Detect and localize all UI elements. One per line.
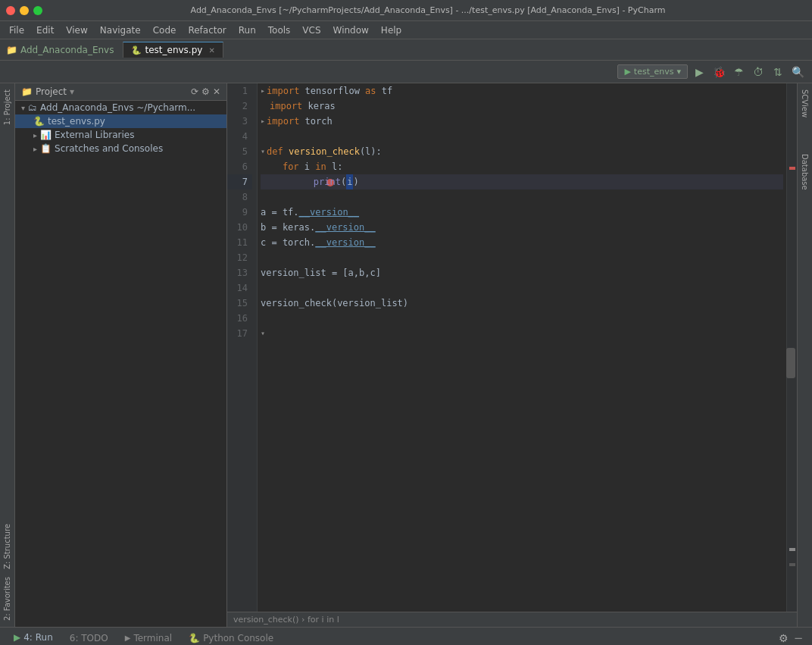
kw-def: def bbox=[267, 144, 283, 159]
menu-code[interactable]: Code bbox=[147, 23, 183, 37]
tree-file-test-envs[interactable]: 🐍 test_envs.py bbox=[15, 114, 226, 128]
search-everywhere-button[interactable]: 🔍 bbox=[789, 64, 806, 80]
tab-run-label: 4: Run bbox=[23, 632, 53, 643]
tree-external-lib-label: External Libraries bbox=[55, 130, 134, 140]
editor-tab-test-envs[interactable]: 🐍 test_envs.py ✕ bbox=[123, 42, 223, 58]
scview-label[interactable]: SCView bbox=[799, 86, 810, 121]
menu-view[interactable]: View bbox=[60, 23, 93, 37]
project-name[interactable]: Add_Anaconda_Envs bbox=[20, 45, 114, 55]
settings-icon[interactable]: ⚙ bbox=[776, 631, 791, 646]
tree-scratches[interactable]: ▸ 📋 Scratches and Consoles bbox=[15, 142, 226, 155]
tab-todo[interactable]: 6: TODO bbox=[62, 631, 116, 646]
highlight-i: i bbox=[346, 174, 353, 189]
menu-run[interactable]: Run bbox=[233, 23, 262, 37]
kw-import-1: import bbox=[267, 83, 299, 99]
maximize-button[interactable] bbox=[33, 6, 42, 15]
project-panel-title: 📁 Project ▾ bbox=[21, 86, 74, 97]
menu-vcs[interactable]: VCS bbox=[296, 23, 326, 37]
title-bar: Add_Anaconda_Envs [~/PycharmProjects/Add… bbox=[0, 0, 812, 21]
database-label[interactable]: Database bbox=[799, 151, 810, 193]
editor-tab-label: test_envs.py bbox=[145, 45, 202, 55]
debug-button[interactable]: 🐞 bbox=[710, 64, 727, 80]
run-button[interactable]: ▶ bbox=[691, 64, 707, 80]
structure-strip-label[interactable]: Z: Structure bbox=[2, 521, 13, 572]
gutter-marker-3 bbox=[789, 563, 795, 566]
kw-as: as bbox=[365, 83, 376, 99]
fold-marker-17[interactable]: ▾ bbox=[261, 326, 265, 341]
line-num-9: 9 bbox=[227, 205, 252, 220]
menu-edit[interactable]: Edit bbox=[30, 23, 60, 37]
chevron-right-icon: ▸ bbox=[33, 131, 37, 139]
menu-help[interactable]: Help bbox=[375, 23, 408, 37]
scroll-gutter bbox=[786, 83, 797, 612]
profile-button[interactable]: ⏱ bbox=[750, 64, 767, 80]
code-breadcrumb-bar: version_check() › for i in l bbox=[227, 612, 797, 627]
menu-refactor[interactable]: Refactor bbox=[182, 23, 232, 37]
breadcrumb-text: version_check() › for i in l bbox=[233, 615, 339, 625]
project-panel-label: Project bbox=[36, 86, 67, 97]
window-controls bbox=[6, 6, 42, 15]
project-panel: 📁 Project ▾ ⟳ ⚙ ✕ ▾ 🗂 Add_Anaconda_Envs … bbox=[15, 83, 227, 627]
fold-marker-5[interactable]: ▾ bbox=[261, 144, 265, 159]
code-line-11: c = torch.__version__ bbox=[261, 235, 783, 250]
line-num-3: 3 bbox=[227, 114, 252, 129]
line-num-13: 13 bbox=[227, 265, 252, 280]
line-num-2: 2 bbox=[227, 99, 252, 114]
code-line-5: ▾def version_check(l): bbox=[261, 144, 783, 159]
fold-marker-1[interactable]: ▸ bbox=[261, 83, 265, 99]
libraries-icon: 📊 bbox=[40, 130, 52, 140]
code-line-4 bbox=[261, 129, 783, 144]
kw-import-3: import bbox=[267, 114, 299, 129]
project-strip-label[interactable]: 1: Project bbox=[2, 86, 13, 128]
code-line-8 bbox=[261, 189, 783, 205]
tree-root-project[interactable]: ▾ 🗂 Add_Anaconda_Envs ~/Pycharm... bbox=[15, 101, 226, 114]
close-panel-button[interactable]: ✕ bbox=[213, 86, 220, 97]
tree-file-label: test_envs.py bbox=[48, 116, 105, 127]
project-icon: 📁 bbox=[6, 45, 17, 55]
menu-window[interactable]: Window bbox=[327, 23, 375, 37]
tab-terminal[interactable]: ▶ Terminal bbox=[117, 631, 180, 646]
code-line-10: b = keras.__version__ bbox=[261, 220, 783, 235]
tab-todo-label: 6: TODO bbox=[70, 633, 108, 643]
main-content: 1: Project Z: Structure 2: Favorites 📁 P… bbox=[0, 83, 812, 627]
terminal-icon: ▶ bbox=[125, 634, 131, 642]
scrollbar-thumb[interactable] bbox=[786, 348, 795, 378]
coverage-button[interactable]: ☂ bbox=[730, 64, 747, 80]
menu-file[interactable]: File bbox=[3, 23, 30, 37]
gear-icon[interactable]: ⚙ bbox=[201, 86, 210, 97]
builtin-print: print bbox=[314, 174, 341, 189]
line-num-17: 17 bbox=[227, 326, 252, 341]
tab-python-console[interactable]: 🐍 Python Console bbox=[181, 631, 281, 646]
minimize-panel-button[interactable]: ─ bbox=[791, 631, 806, 646]
left-strip: 1: Project Z: Structure 2: Favorites bbox=[0, 83, 15, 627]
code-line-16 bbox=[261, 311, 783, 326]
code-line-13: version_list = [a,b,c] bbox=[261, 265, 783, 280]
menu-tools[interactable]: Tools bbox=[262, 23, 297, 37]
tree-external-libraries[interactable]: ▸ 📊 External Libraries bbox=[15, 128, 226, 142]
run-icon: ▶ bbox=[14, 632, 20, 643]
code-container: 1 2 3 4 5 6 7 8 9 10 11 12 13 14 15 16 1… bbox=[227, 83, 797, 612]
sync-button[interactable]: ⟳ bbox=[191, 86, 198, 97]
tab-run[interactable]: ▶ 4: Run bbox=[6, 630, 61, 646]
dropdown-icon: ▾ bbox=[676, 67, 681, 77]
line-num-14: 14 bbox=[227, 280, 252, 296]
menu-navigate[interactable]: Navigate bbox=[94, 23, 147, 37]
python-icon: 🐍 bbox=[189, 633, 200, 643]
close-button[interactable] bbox=[6, 6, 15, 15]
line-num-12: 12 bbox=[227, 250, 252, 265]
run-config-icon: ▶ bbox=[624, 67, 630, 77]
run-config-selector[interactable]: ▶ test_envs ▾ bbox=[617, 64, 688, 79]
code-line-2: import keras bbox=[261, 99, 783, 114]
code-editor[interactable]: ▸import tensorflow as tf import keras ▸i… bbox=[258, 83, 786, 612]
minimize-button[interactable] bbox=[20, 6, 29, 15]
attr-version-1: __version__ bbox=[299, 205, 359, 220]
fn-version-check: version_check bbox=[289, 144, 360, 159]
tab-close-icon[interactable]: ✕ bbox=[208, 46, 214, 55]
code-line-7: print(i) bbox=[261, 174, 783, 189]
vcs-update-button[interactable]: ⇅ bbox=[770, 64, 786, 80]
kw-in: in bbox=[315, 159, 326, 174]
line-num-10: 10 bbox=[227, 220, 252, 235]
favorites-strip-label[interactable]: 2: Favorites bbox=[2, 574, 13, 624]
fold-marker-3[interactable]: ▸ bbox=[261, 114, 265, 129]
code-line-1: ▸import tensorflow as tf bbox=[261, 83, 783, 99]
